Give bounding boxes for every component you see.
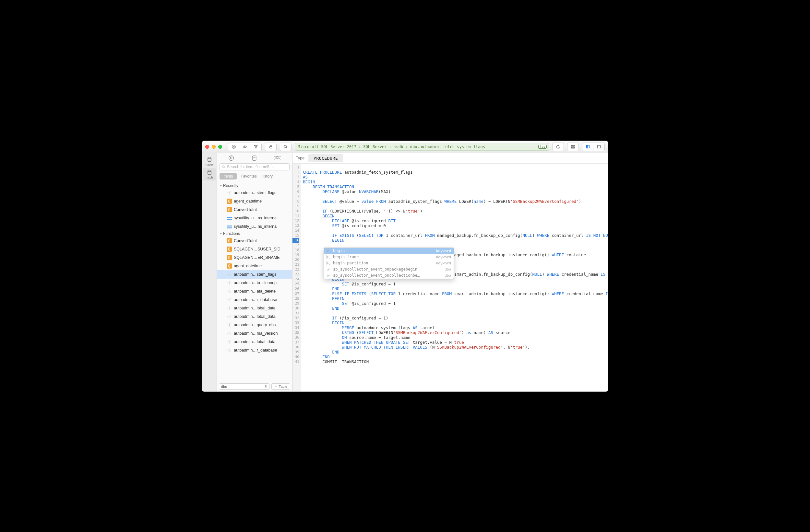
main-panel: Type PROCEDURE 1234567891011121314151617… bbox=[292, 153, 608, 392]
tree-item[interactable]: autoadmin…lobal_data bbox=[217, 312, 292, 321]
tree-item[interactable]: autoadmin…lobal_data bbox=[217, 338, 292, 346]
tree-item-label: autoadmin…r_database bbox=[234, 348, 277, 352]
tree-item-label: SQLAGEN…ER_SNAME bbox=[234, 255, 280, 260]
gear-icon bbox=[326, 267, 331, 271]
tree-item[interactable]: autoadmin…r_database bbox=[217, 296, 292, 304]
history-back-button[interactable] bbox=[228, 143, 239, 151]
sidebar-search[interactable]: Search for item: ^name$… bbox=[220, 163, 290, 170]
svg-point-18 bbox=[229, 156, 233, 161]
db-rail: master msdb bbox=[202, 153, 217, 392]
tree-item-label: autoadmin…ata_delete bbox=[234, 289, 276, 294]
preview-button[interactable] bbox=[239, 143, 250, 151]
svg-rect-6 bbox=[270, 147, 272, 148]
nav-group bbox=[228, 143, 262, 151]
sidebar: SQL Search for item: ^name$… Items Favor… bbox=[217, 153, 292, 392]
svg-point-26 bbox=[229, 282, 230, 283]
sql-icon[interactable]: SQL bbox=[274, 156, 281, 160]
tree-item[interactable]: sysutility_u…ns_internal bbox=[217, 214, 292, 222]
orange-icon: () bbox=[227, 263, 232, 269]
app-window: Microsoft SQL Server 2017 : SQL Server :… bbox=[202, 140, 608, 392]
orange-icon: () bbox=[227, 207, 232, 212]
svg-rect-9 bbox=[571, 145, 573, 147]
blue-icon bbox=[227, 225, 232, 229]
tree-item[interactable]: autoadmin…r_database bbox=[217, 346, 292, 354]
layout-sidebar-button[interactable] bbox=[582, 143, 594, 151]
rail-item-master[interactable]: master bbox=[203, 155, 216, 167]
tree-item-label: sysutility_u…ns_internal bbox=[234, 216, 278, 220]
tree-item-label: autoadmin…lobal_data bbox=[234, 314, 276, 319]
type-bar: Type PROCEDURE bbox=[292, 153, 608, 164]
gear-icon bbox=[227, 190, 232, 195]
tree-item[interactable]: autoadmin…ta_cleanup bbox=[217, 279, 292, 287]
svg-point-3 bbox=[243, 146, 246, 148]
breadcrumb-location-tag: loc bbox=[538, 145, 547, 149]
search-icon bbox=[222, 165, 226, 169]
tree-item[interactable]: ()SQLAGEN…ER_SNAME bbox=[217, 253, 292, 262]
close-window-button[interactable] bbox=[205, 145, 209, 149]
layout-full-button[interactable] bbox=[594, 143, 604, 151]
popup-item[interactable]: >_begin_framekeyword bbox=[324, 254, 454, 260]
tree-item[interactable]: ()ConvertToInt bbox=[217, 205, 292, 214]
tree-item[interactable]: sysutility_u…ns_internal bbox=[217, 222, 292, 231]
popup-item-kind: dbo bbox=[444, 273, 451, 278]
gear-icon bbox=[227, 280, 232, 285]
zoom-window-button[interactable] bbox=[218, 145, 222, 149]
grid-button[interactable] bbox=[567, 143, 579, 151]
schema-select[interactable]: dbo⇅ bbox=[219, 383, 270, 390]
tree-item-label: autoadmin…query_dbs bbox=[234, 323, 276, 327]
add-table-button[interactable]: ＋Table bbox=[271, 383, 290, 390]
tree-item[interactable]: ()ConvertToInt bbox=[217, 236, 292, 245]
breadcrumb[interactable]: Microsoft SQL Server 2017 : SQL Server :… bbox=[295, 143, 549, 151]
titlebar: Microsoft SQL Server 2017 : SQL Server :… bbox=[202, 141, 608, 153]
svg-point-16 bbox=[208, 157, 211, 159]
sidebar-tree: Recentlyautoadmin…stem_flags()agent_date… bbox=[217, 181, 292, 382]
svg-point-24 bbox=[229, 192, 230, 194]
tree-item[interactable]: ()SQLAGEN…SUSER_SID bbox=[217, 245, 292, 253]
lock-button[interactable] bbox=[265, 143, 276, 151]
gear-icon bbox=[227, 272, 232, 277]
orange-icon: () bbox=[227, 255, 232, 260]
content: master msdb SQL Search for item: ^name$…… bbox=[202, 153, 608, 392]
tree-item[interactable]: autoadmin…stem_flags bbox=[217, 188, 292, 197]
tree-item[interactable]: autoadmin…stem_flags bbox=[217, 270, 292, 279]
tree-item-label: autoadmin…stem_flags bbox=[234, 272, 276, 277]
tree-item[interactable]: autoadmin…lobal_data bbox=[217, 304, 292, 312]
db-icon[interactable] bbox=[251, 155, 257, 161]
tree-item[interactable]: ()agent_datetime bbox=[217, 197, 292, 205]
tree-item[interactable]: autoadmin…query_dbs bbox=[217, 321, 292, 329]
tree-item-label: ConvertToInt bbox=[234, 207, 257, 212]
svg-line-8 bbox=[286, 147, 287, 148]
svg-point-30 bbox=[229, 316, 230, 317]
tree-item[interactable]: autoadmin…ma_version bbox=[217, 329, 292, 338]
popup-item[interactable]: >_begin_partitionkeyword bbox=[324, 260, 454, 266]
popup-item[interactable]: sp_syscollector_event_onpackagebegindbo bbox=[324, 266, 454, 272]
popup-item[interactable]: >_beginkeyword bbox=[324, 248, 454, 254]
filter-button[interactable] bbox=[250, 143, 261, 151]
popup-item-kind: keyword bbox=[436, 249, 451, 253]
popup-item[interactable]: sp_syscollector_event_oncollectionbe…dbo bbox=[324, 272, 454, 279]
tree-item[interactable]: autoadmin…ata_delete bbox=[217, 287, 292, 296]
svg-point-34 bbox=[229, 350, 230, 351]
sidebar-top-icons: SQL bbox=[217, 153, 292, 163]
svg-point-28 bbox=[229, 299, 230, 300]
minimize-window-button[interactable] bbox=[212, 145, 216, 149]
tab-items[interactable]: Items bbox=[220, 173, 237, 180]
svg-point-31 bbox=[229, 324, 230, 326]
gear-icon bbox=[227, 331, 232, 336]
gear-icon bbox=[227, 314, 232, 319]
tree-section-recently[interactable]: Recently bbox=[217, 183, 292, 188]
plug-icon[interactable] bbox=[228, 155, 234, 161]
tree-item[interactable]: ()agent_datetime bbox=[217, 262, 292, 270]
svg-rect-12 bbox=[573, 147, 574, 148]
tab-favorites[interactable]: Favorites bbox=[241, 174, 257, 179]
tree-section-functions[interactable]: Functions bbox=[217, 231, 292, 236]
popup-item-label: sp_syscollector_event_onpackagebegin bbox=[333, 267, 417, 272]
refresh-button[interactable] bbox=[553, 143, 564, 151]
search-button[interactable] bbox=[280, 143, 291, 151]
keyword-icon: >_ bbox=[326, 261, 331, 265]
rail-item-msdb[interactable]: msdb bbox=[203, 168, 216, 181]
code-editor[interactable]: 1234567891011121314151617181920212223242… bbox=[292, 164, 608, 392]
tree-item-label: agent_datetime bbox=[234, 199, 262, 203]
gear-icon bbox=[227, 297, 232, 302]
tab-history[interactable]: History bbox=[261, 174, 273, 179]
